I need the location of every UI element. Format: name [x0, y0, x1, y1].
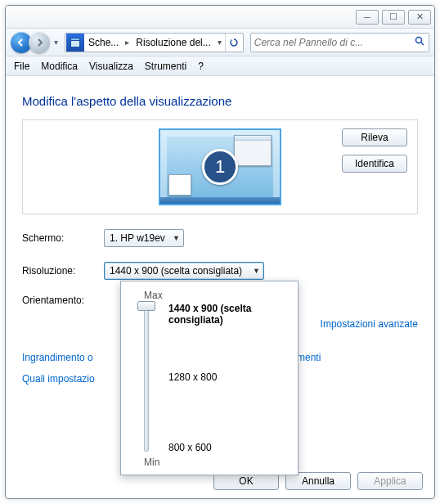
display-label: Schermo:: [22, 232, 104, 244]
refresh-icon: [229, 38, 239, 47]
display-preview: 1 Rileva Identifica: [22, 119, 418, 214]
refresh-button[interactable]: [225, 34, 243, 52]
search-box[interactable]: [250, 33, 429, 52]
search-input[interactable]: [254, 37, 415, 48]
chevron-down-icon[interactable]: ▾: [214, 38, 225, 47]
identify-button[interactable]: Identifica: [342, 155, 407, 173]
menu-edit[interactable]: Modifica: [41, 61, 78, 72]
menu-file[interactable]: File: [14, 61, 29, 72]
monitor-thumbnail[interactable]: 1: [159, 128, 281, 205]
control-panel-icon: [66, 34, 84, 52]
page-title: Modifica l'aspetto della visualizzazione: [22, 94, 418, 108]
chevron-right-icon: ▸: [122, 38, 132, 47]
resolution-slider-popup[interactable]: Max 1440 x 900 (scelta consigliata) 1280…: [120, 281, 299, 475]
svg-point-3: [416, 37, 422, 43]
resolution-combo[interactable]: 1440 x 900 (scelta consigliata) ▼: [104, 262, 264, 280]
resolution-option-2[interactable]: 1280 x 800: [168, 371, 217, 383]
detect-button[interactable]: Rileva: [342, 128, 407, 146]
breadcrumb[interactable]: Sche... ▸ Risoluzione del... ▾: [65, 33, 244, 52]
menu-bar: File Modifica Visualizza Strumenti ?: [6, 56, 434, 76]
close-button[interactable]: ✕: [408, 10, 431, 25]
text-size-link[interactable]: Ingrandimento o: [22, 352, 93, 363]
resolution-combo-value: 1440 x 900 (scelta consigliata): [110, 265, 242, 277]
maximize-button[interactable]: ☐: [382, 10, 405, 25]
chevron-down-icon: ▼: [253, 267, 260, 275]
nav-buttons: ▾: [11, 32, 61, 53]
advanced-settings-link[interactable]: Impostazioni avanzate: [321, 318, 418, 330]
nav-history-dropdown[interactable]: ▾: [50, 32, 61, 53]
breadcrumb-item-2[interactable]: Risoluzione del...: [132, 34, 213, 52]
resolution-option-1[interactable]: 1440 x 900 (scelta consigliata): [168, 303, 298, 326]
maximize-icon: ☐: [389, 11, 397, 22]
search-icon[interactable]: [415, 36, 425, 49]
svg-rect-2: [71, 41, 79, 47]
svg-rect-1: [71, 38, 79, 40]
resolution-option-3[interactable]: 800 x 600: [168, 442, 212, 453]
resolution-slider-thumb[interactable]: [137, 301, 155, 311]
nav-row: ▾ Sche... ▸ Risoluzione del... ▾: [6, 29, 434, 56]
chevron-down-icon: ▼: [173, 234, 180, 242]
slider-min-label: Min: [144, 457, 159, 468]
arrow-right-icon: [34, 38, 44, 47]
control-panel-window: ─ ☐ ✕ ▾ Sche... ▸ Risoluzione del... ▾: [5, 5, 435, 499]
orientation-label: Orientamento:: [22, 295, 104, 306]
breadcrumb-item-1[interactable]: Sche...: [85, 34, 122, 52]
close-icon: ✕: [416, 11, 424, 22]
slider-max-label: Max: [144, 290, 286, 301]
resolution-label: Risoluzione:: [22, 265, 104, 277]
monitor-number-badge: 1: [202, 149, 238, 185]
menu-tools[interactable]: Strumenti: [145, 61, 186, 72]
display-combo-value: 1. HP w19ev: [110, 232, 165, 244]
resolution-slider-track[interactable]: [144, 304, 149, 452]
forward-button[interactable]: [29, 32, 50, 53]
display-combo[interactable]: 1. HP w19ev ▼: [104, 229, 184, 247]
menu-help[interactable]: ?: [198, 61, 204, 72]
minimize-button[interactable]: ─: [356, 10, 379, 25]
svg-line-4: [421, 43, 424, 45]
menu-view[interactable]: Visualizza: [89, 61, 133, 72]
arrow-left-icon: [16, 38, 26, 47]
titlebar: ─ ☐ ✕: [6, 6, 434, 29]
apply-button[interactable]: Applica: [357, 472, 423, 490]
minimize-icon: ─: [364, 12, 370, 22]
